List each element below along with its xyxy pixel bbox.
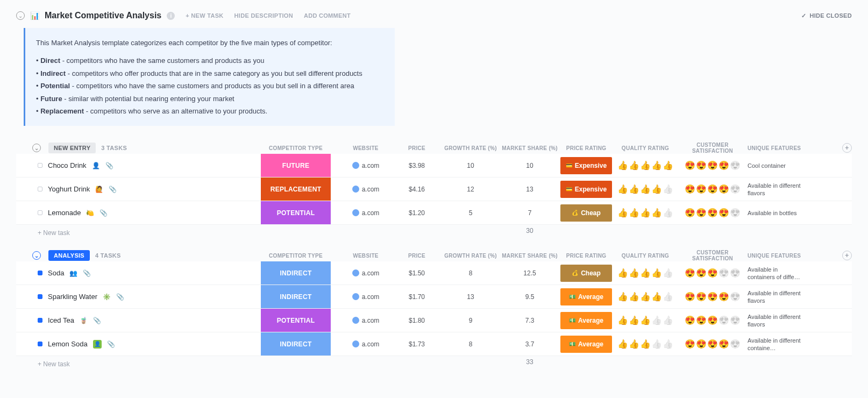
column-header-growth[interactable]: GROWTH RATE (%) (441, 145, 500, 151)
cell-customer-satisfaction[interactable]: 😍😍😍😍😍 (678, 285, 748, 308)
task-row[interactable]: Sparkling Water✳️📎INDIRECTa.com$1.70139.… (16, 285, 852, 309)
group-name-badge[interactable]: ANALYSIS (48, 250, 90, 261)
column-header-quality[interactable]: QUALITY RATING (613, 145, 678, 151)
cell-website[interactable]: a.com (339, 261, 393, 285)
avatar-icon[interactable]: 🙋 (95, 186, 103, 193)
cell-customer-satisfaction[interactable]: 😍😍😍😍😍 (678, 177, 748, 201)
cell-price-rating[interactable]: 💵Average (559, 285, 613, 308)
cell-unique-features[interactable]: Available in different flavors (748, 177, 807, 201)
cell-growth-rate[interactable]: 13 (441, 285, 500, 308)
cell-price[interactable]: $3.98 (393, 154, 441, 177)
cell-competitor-type[interactable]: INDIRECT (253, 285, 339, 308)
task-row[interactable]: Iced Tea🧋📎POTENTIALa.com$1.8097.3💵Averag… (16, 309, 852, 332)
column-header-type[interactable]: COMPETITOR TYPE (253, 145, 339, 151)
cell-unique-features[interactable]: Available in different flavors (748, 309, 807, 332)
cell-customer-satisfaction[interactable]: 😍😍😍😍😍 (678, 154, 748, 177)
task-row[interactable]: Lemon Soda👤📎INDIRECTa.com$1.7383.7💵Avera… (16, 332, 852, 356)
status-dot[interactable] (38, 163, 42, 168)
attachment-icon[interactable]: 📎 (83, 269, 91, 277)
add-comment-action[interactable]: ADD COMMENT (304, 12, 351, 19)
add-column-button[interactable]: + (842, 251, 852, 260)
cell-customer-satisfaction[interactable]: 😍😍😍😍😍 (678, 261, 748, 285)
attachment-icon[interactable]: 📎 (107, 340, 115, 348)
hide-description-action[interactable]: HIDE DESCRIPTION (234, 12, 293, 19)
cell-quality-rating[interactable]: 👍👍👍👍👍 (613, 261, 678, 285)
column-header-satisfaction[interactable]: CUSTOMER SATISFACTION (678, 142, 748, 154)
task-name[interactable]: Sparkling Water (48, 293, 97, 301)
cell-price-rating[interactable]: 💳Expensive (559, 154, 613, 177)
avatar-icon[interactable]: 👤 (93, 340, 102, 349)
column-header-price[interactable]: PRICE (393, 145, 441, 151)
task-name[interactable]: Yoghurt Drink (48, 185, 90, 193)
cell-price[interactable]: $1.70 (393, 285, 441, 308)
task-name[interactable]: Lemonade (48, 209, 81, 217)
avatar-icon[interactable]: 👥 (69, 269, 77, 277)
cell-growth-rate[interactable]: 5 (441, 201, 500, 224)
cell-price[interactable]: $1.20 (393, 201, 441, 224)
collapse-all-toggle[interactable]: ⌄ (16, 11, 25, 20)
info-icon[interactable]: i (167, 12, 175, 20)
cell-unique-features[interactable]: Available in containers of diffe… (748, 261, 807, 285)
attachment-icon[interactable]: 📎 (93, 317, 101, 324)
cell-competitor-type[interactable]: FUTURE (253, 154, 339, 177)
cell-growth-rate[interactable]: 9 (441, 309, 500, 332)
cell-market-share[interactable]: 9.5 (500, 285, 559, 308)
column-header-growth[interactable]: GROWTH RATE (%) (441, 253, 500, 259)
cell-competitor-type[interactable]: POTENTIAL (253, 201, 339, 224)
status-dot[interactable] (38, 318, 42, 323)
column-header-share[interactable]: MARKET SHARE (%) (500, 253, 559, 259)
group-name-badge[interactable]: NEW ENTRY (48, 143, 96, 153)
attachment-icon[interactable]: 📎 (99, 209, 108, 217)
task-name[interactable]: Soda (48, 269, 64, 277)
cell-unique-features[interactable]: Available in bottles (748, 201, 807, 224)
cell-price-rating[interactable]: 💳Expensive (559, 177, 613, 201)
cell-competitor-type[interactable]: INDIRECT (253, 332, 339, 356)
task-name[interactable]: Choco Drink (48, 161, 87, 169)
cell-website[interactable]: a.com (339, 332, 393, 356)
cell-competitor-type[interactable]: REPLACEMENT (253, 177, 339, 201)
avatar-icon[interactable]: 🍋 (86, 209, 94, 217)
cell-growth-rate[interactable]: 8 (441, 332, 500, 356)
task-row[interactable]: Soda👥📎INDIRECTa.com$1.50812.5💰Cheap👍👍👍👍👍… (16, 261, 852, 285)
column-header-features[interactable]: UNIQUE FEATURES (748, 253, 801, 259)
cell-quality-rating[interactable]: 👍👍👍👍👍 (613, 309, 678, 332)
cell-market-share[interactable]: 7 (500, 201, 559, 224)
cell-quality-rating[interactable]: 👍👍👍👍👍 (613, 177, 678, 201)
column-header-satisfaction[interactable]: CUSTOMER SATISFACTION (678, 250, 748, 261)
attachment-icon[interactable]: 📎 (109, 186, 117, 193)
cell-competitor-type[interactable]: POTENTIAL (253, 309, 339, 332)
task-row[interactable]: Yoghurt Drink🙋📎REPLACEMENTa.com$4.161213… (16, 177, 852, 201)
status-dot[interactable] (38, 294, 42, 299)
task-name[interactable]: Lemon Soda (48, 340, 88, 348)
cell-unique-features[interactable]: Available in different flavors (748, 285, 807, 308)
cell-website[interactable]: a.com (339, 309, 393, 332)
cell-market-share[interactable]: 10 (500, 154, 559, 177)
new-task-link[interactable]: + New task (16, 225, 253, 239)
avatar-icon[interactable]: 🧋 (80, 317, 88, 324)
cell-customer-satisfaction[interactable]: 😍😍😍😍😍 (678, 201, 748, 224)
cell-price[interactable]: $1.80 (393, 309, 441, 332)
status-dot[interactable] (38, 210, 42, 215)
column-header-type[interactable]: COMPETITOR TYPE (253, 253, 339, 259)
task-row[interactable]: Lemonade🍋📎POTENTIALa.com$1.2057💰Cheap👍👍👍… (16, 201, 852, 225)
column-header-website[interactable]: WEBSITE (339, 145, 393, 151)
column-header-rating[interactable]: PRICE RATING (559, 145, 613, 151)
status-dot[interactable] (38, 342, 42, 346)
cell-website[interactable]: a.com (339, 154, 393, 177)
cell-customer-satisfaction[interactable]: 😍😍😍😍😍 (678, 309, 748, 332)
hide-closed-toggle[interactable]: ✓ HIDE CLOSED (801, 12, 852, 19)
avatar-icon[interactable]: 👤 (92, 162, 100, 169)
attachment-icon[interactable]: 📎 (116, 293, 124, 301)
cell-website[interactable]: a.com (339, 285, 393, 308)
group-collapse-toggle[interactable]: ⌄ (32, 251, 41, 260)
group-collapse-toggle[interactable]: ⌄ (32, 144, 41, 152)
cell-market-share[interactable]: 13 (500, 177, 559, 201)
task-row[interactable]: Choco Drink👤📎FUTUREa.com$3.981010💳Expens… (16, 154, 852, 177)
new-task-action[interactable]: + NEW TASK (186, 12, 223, 19)
cell-price-rating[interactable]: 💰Cheap (559, 201, 613, 224)
cell-price-rating[interactable]: 💰Cheap (559, 261, 613, 285)
column-header-rating[interactable]: PRICE RATING (559, 253, 613, 259)
new-task-link[interactable]: + New task (16, 356, 253, 370)
avatar-icon[interactable]: ✳️ (103, 293, 111, 301)
column-header-price[interactable]: PRICE (393, 253, 441, 259)
